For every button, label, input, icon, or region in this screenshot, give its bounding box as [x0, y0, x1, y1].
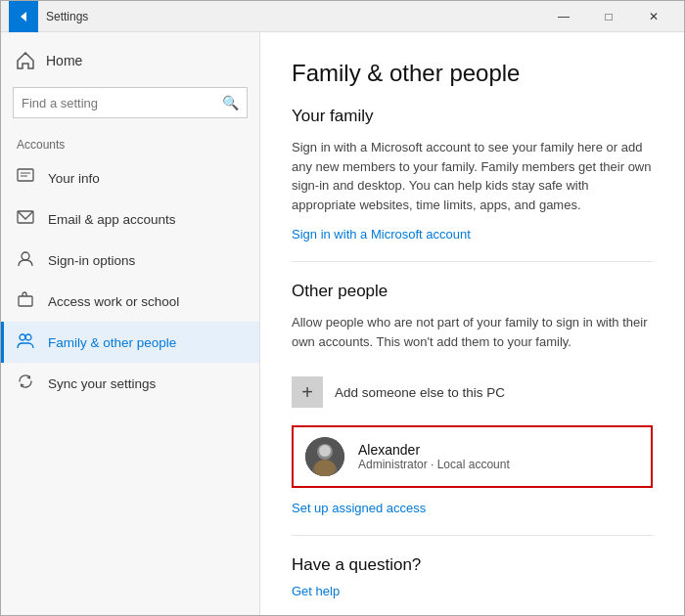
sidebar-item-work[interactable]: Access work or school	[1, 281, 259, 322]
your-info-icon	[17, 167, 34, 189]
main-content: Family & other people Your family Sign i…	[260, 32, 684, 615]
assigned-access-container: Set up assigned access	[292, 500, 653, 515]
user-name: Alexander	[358, 442, 510, 458]
signin-icon	[17, 249, 34, 271]
svg-marker-0	[21, 12, 26, 22]
section-divider	[292, 261, 653, 262]
email-label: Email & app accounts	[48, 212, 176, 227]
window-controls: — □ ✕	[541, 1, 676, 32]
settings-window: Settings — □ ✕ Home 🔍 Accounts	[0, 0, 685, 616]
search-input[interactable]	[22, 96, 222, 110]
svg-point-12	[319, 445, 331, 457]
minimize-button[interactable]: —	[541, 1, 586, 32]
add-icon: +	[292, 376, 323, 408]
page-title: Family & other people	[292, 60, 653, 87]
email-icon	[17, 208, 34, 230]
signin-microsoft-link[interactable]: Sign in with a Microsoft account	[292, 227, 471, 242]
search-icon: 🔍	[222, 95, 239, 110]
svg-point-8	[25, 334, 31, 340]
your-family-title: Your family	[292, 107, 653, 126]
user-role: Administrator · Local account	[358, 458, 510, 471]
user-item-alexander[interactable]: Alexander Administrator · Local account	[292, 425, 653, 488]
sidebar-item-sync[interactable]: Sync your settings	[1, 363, 259, 404]
sidebar-item-family[interactable]: Family & other people	[1, 322, 259, 363]
family-icon	[17, 331, 34, 353]
signin-label: Sign-in options	[48, 253, 135, 268]
sidebar-item-home[interactable]: Home	[1, 42, 259, 79]
work-icon	[17, 290, 34, 312]
maximize-button[interactable]: □	[586, 1, 631, 32]
family-label: Family & other people	[48, 335, 176, 350]
sync-icon	[17, 373, 34, 394]
section-divider-2	[292, 535, 653, 536]
svg-point-7	[20, 334, 25, 340]
home-icon	[17, 52, 34, 69]
other-people-description: Allow people who are not part of your fa…	[292, 313, 653, 351]
avatar	[305, 437, 344, 476]
home-label: Home	[46, 53, 82, 68]
svg-rect-6	[19, 296, 32, 306]
sidebar-item-email[interactable]: Email & app accounts	[1, 198, 259, 240]
content-area: Home 🔍 Accounts Your info	[1, 32, 684, 615]
add-person-button[interactable]: + Add someone else to this PC	[292, 369, 653, 416]
svg-point-5	[22, 252, 29, 260]
add-person-label: Add someone else to this PC	[335, 385, 505, 400]
sidebar: Home 🔍 Accounts Your info	[1, 32, 260, 615]
work-label: Access work or school	[48, 294, 179, 309]
your-family-description: Sign in with a Microsoft account to see …	[292, 138, 653, 214]
sidebar-item-your-info[interactable]: Your info	[1, 157, 259, 198]
search-box[interactable]: 🔍	[13, 87, 248, 118]
window-title: Settings	[46, 10, 541, 23]
your-info-label: Your info	[48, 171, 100, 186]
accounts-section-label: Accounts	[1, 126, 259, 157]
question-title: Have a question?	[292, 555, 653, 575]
sidebar-item-signin[interactable]: Sign-in options	[1, 240, 259, 281]
user-info: Alexander Administrator · Local account	[358, 442, 510, 471]
assigned-access-link[interactable]: Set up assigned access	[292, 501, 426, 515]
titlebar: Settings — □ ✕	[1, 1, 684, 32]
get-help-link[interactable]: Get help	[292, 584, 340, 598]
sync-label: Sync your settings	[48, 376, 156, 391]
back-button[interactable]	[9, 1, 38, 32]
svg-rect-1	[18, 169, 33, 181]
close-button[interactable]: ✕	[631, 1, 676, 32]
other-people-title: Other people	[292, 282, 653, 301]
